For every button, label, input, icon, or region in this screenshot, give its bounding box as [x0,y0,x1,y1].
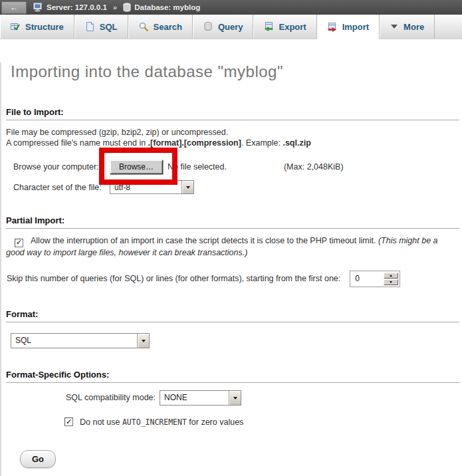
section-heading-partial-import: Partial Import: [6,215,459,229]
sql-compatibility-row: SQL compatibility mode: NONE [66,390,462,406]
page-title: Importing into the database "myblog" [11,62,462,81]
auto-increment-label: Do not use AUTO_INCREMENT for zero value… [80,417,243,427]
checkbox-check-icon: ✓ [66,418,72,425]
back-button[interactable]: ← [1,1,27,14]
charset-label: Character set of the file: [13,183,110,192]
skip-queries-label: Skip this number of queries (for SQL) or… [7,274,340,283]
compression-example: .sql.zip [283,138,310,148]
sql-compatibility-selected-value: NONE [160,391,229,405]
breadcrumb-separator: » [113,3,117,11]
compression-format-pattern: .[format].[compression] [148,138,241,148]
tab-export[interactable]: Export [253,15,316,39]
charset-selected-value: utf-8 [110,181,181,193]
stepper-down-button[interactable] [384,279,398,285]
skip-queries-stepper[interactable]: 0 [350,271,400,287]
compression-line2-mid: . Example: [241,138,283,148]
tab-bar: Structure SQL Search Query Export Import [0,15,462,39]
stepper-up-button[interactable] [384,273,398,279]
tab-more[interactable]: More [380,15,435,39]
checkbox-check-icon: ✓ [16,239,22,246]
charset-select[interactable]: utf-8 [110,180,194,194]
max-size-note: (Max: 2,048KiB) [284,162,344,172]
compression-line1: File may be compressed (gzip, bzip2, zip… [6,128,228,137]
tab-label: More [404,22,424,32]
dropdown-arrow-icon [137,334,149,348]
tab-label: Import [342,22,369,32]
stepper-buttons [384,273,398,285]
tab-label: Structure [25,22,64,32]
tab-sql[interactable]: SQL [74,15,128,39]
tab-query[interactable]: Query [193,15,254,39]
sql-compatibility-select[interactable]: NONE [160,390,241,406]
breadcrumb-server-link[interactable]: Server: 127.0.0.1 [47,3,107,11]
allow-interrupt-text: Allow the interruption of an import in c… [31,236,378,245]
skip-queries-value: 0 [350,274,384,283]
compression-note: File may be compressed (gzip, bzip2, zip… [6,127,462,148]
charset-row: Character set of the file: utf-8 [6,180,462,194]
sql-compatibility-label: SQL compatibility mode: [66,393,156,402]
format-select[interactable]: SQL [11,333,150,348]
arrow-up-icon [390,273,392,277]
search-icon [138,21,149,32]
tab-label: Query [218,22,243,32]
dropdown-arrow-icon [229,391,241,405]
section-heading-format: Format: [6,309,459,322]
allow-interrupt-paragraph: ✓Allow the interruption of an import in … [6,235,457,259]
tab-structure[interactable]: Structure [0,15,74,39]
database-icon [123,3,131,12]
tab-label: Search [154,22,182,32]
format-selected-value: SQL [11,334,137,348]
browse-button[interactable]: Browse… [110,160,163,174]
export-icon [263,21,274,32]
query-icon [203,21,213,32]
no-file-selected-text: No file selected. [168,162,227,172]
sql-icon [84,21,95,32]
auto-increment-suffix: for zero values [187,417,243,427]
arrow-down-icon [390,281,392,285]
tab-label: Export [279,22,306,32]
main-content: Importing into the database "myblog" Fil… [0,62,462,476]
chevron-down-icon [390,23,399,30]
tabbar-filler [435,15,462,39]
browse-label: Browse your computer: [13,162,110,172]
tab-label: SQL [100,22,118,32]
import-icon [327,22,338,33]
breadcrumb-database-link[interactable]: Database: myblog [134,3,200,11]
server-icon [33,3,43,13]
breadcrumb: Server: 127.0.0.1 » Database: myblog [33,3,200,13]
section-heading-format-specific-options: Format-Specific Options: [6,370,459,383]
dropdown-arrow-icon [181,181,193,193]
auto-increment-prefix: Do not use [80,417,122,427]
auto-increment-row: ✓ Do not use AUTO_INCREMENT for zero val… [64,417,462,427]
tab-import[interactable]: Import [317,15,380,39]
go-button[interactable]: Go [20,450,56,468]
structure-icon [10,21,21,32]
back-arrow-icon: ← [10,3,18,11]
browse-row: Browse your computer: Browse… No file se… [6,160,462,174]
breadcrumb-bar: ← Server: 127.0.0.1 » Database: myblog [0,0,462,15]
skip-queries-row: Skip this number of queries (for SQL) or… [6,271,462,287]
section-heading-file-to-import: File to Import: [6,107,459,120]
auto-increment-checkbox[interactable]: ✓ [64,417,73,426]
allow-interrupt-checkbox[interactable]: ✓ [15,239,23,247]
compression-line2-prefix: A compressed file's name must end in [6,138,148,148]
auto-increment-code: AUTO_INCREMENT [122,417,187,427]
tab-search[interactable]: Search [128,15,193,39]
